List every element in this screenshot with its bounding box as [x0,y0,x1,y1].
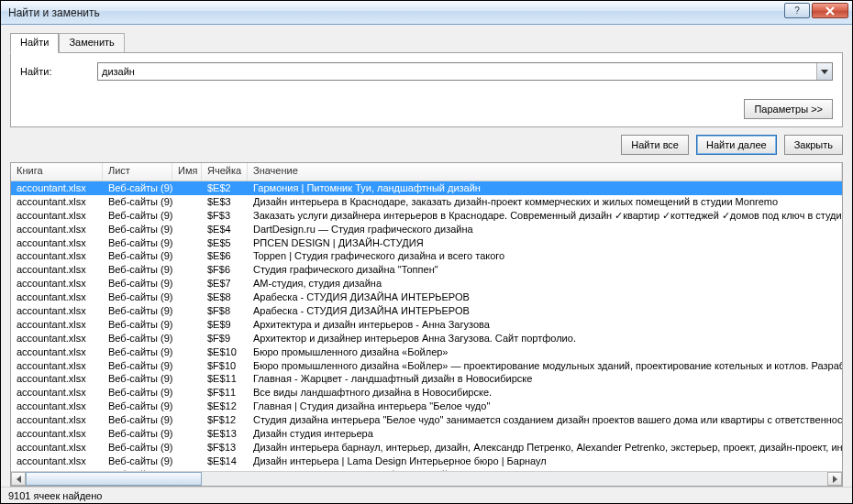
col-book[interactable]: Книга [11,163,103,181]
cell-sheet: Веб-сайты (9) [103,223,172,236]
result-row[interactable]: accountant.xlsxВеб-сайты (9)$E$5PПCEN DE… [11,236,842,250]
cell-value: Бюро промышленного дизайна «Бойлер» — пр… [248,359,842,373]
scroll-left-button[interactable] [11,472,26,486]
cell-cell: $E$8 [202,290,248,304]
cell-book: accountant.xlsx [11,318,103,332]
col-cell[interactable]: Ячейка [202,163,248,181]
cell-name [172,386,202,400]
result-row[interactable]: accountant.xlsxВеб-сайты (9)$F$13Дизайн … [11,441,842,455]
cell-book: accountant.xlsx [11,427,103,441]
cell-sheet: Веб-сайты (9) [103,427,172,441]
result-row[interactable]: accountant.xlsxВеб-сайты (9)$E$4DartDesi… [11,223,842,236]
cell-book: accountant.xlsx [11,345,103,359]
cell-book: accountant.xlsx [11,359,103,373]
cell-value: PПCEN DESIGN | ДИЗАЙН-СТУДИЯ [248,236,842,250]
cell-value: Студия графического дизайна "Топпен" [248,263,842,277]
scroll-thumb[interactable] [26,472,202,486]
result-row[interactable]: accountant.xlsxВеб-сайты (9)$E$12Главная… [11,400,842,413]
tab-find[interactable]: Найти [10,33,59,53]
cell-cell: $E$14 [202,455,248,468]
result-row[interactable]: accountant.xlsxВеб-сайты (9)$F$12Студия … [11,413,842,427]
cell-book: accountant.xlsx [11,304,103,318]
result-row[interactable]: accountant.xlsxВеб-сайты (9)$E$2Гармония… [11,181,842,195]
cell-name [172,468,202,471]
h-scrollbar[interactable] [11,471,842,486]
scroll-right-button[interactable] [827,472,842,486]
result-row[interactable]: accountant.xlsxВеб-сайты (9)$F$6Студия г… [11,263,842,277]
result-row[interactable]: accountant.xlsxВеб-сайты (9)$E$10Бюро пр… [11,345,842,359]
cell-cell: $E$4 [202,223,248,236]
cell-book: accountant.xlsx [11,290,103,304]
cell-name [172,332,202,345]
result-row[interactable]: accountant.xlsxВеб-сайты (9)$E$3Дизайн и… [11,195,842,209]
cell-name [172,359,202,373]
cell-name [172,441,202,455]
cell-value: Бюро промышленного дизайна «Бойлер» [248,345,842,359]
cell-cell: $F$10 [202,359,248,373]
result-row[interactable]: accountant.xlsxВеб-сайты (9)$F$11Все вид… [11,386,842,400]
scroll-track[interactable] [26,472,827,486]
cell-value: Дизайн интерьера в Краснодаре, заказать … [248,195,842,209]
find-all-button[interactable]: Найти все [621,135,689,155]
result-row[interactable]: accountant.xlsxВеб-сайты (9)$E$9Архитект… [11,318,842,332]
cell-book: accountant.xlsx [11,441,103,455]
cell-sheet: Веб-сайты (9) [103,332,172,345]
cell-sheet: Веб-сайты (9) [103,359,172,373]
result-row[interactable]: accountant.xlsxВеб-сайты (9)$F$10Бюро пр… [11,359,842,373]
col-value[interactable]: Значение [248,163,842,181]
cell-cell: $E$2 [202,181,248,195]
cell-sheet: Веб-сайты (9) [103,249,172,263]
cell-value: LAMA DESIGN Интерьерное бюро. Дизайн инт… [248,468,842,471]
result-row[interactable]: accountant.xlsxВеб-сайты (9)$E$7АМ-студи… [11,277,842,290]
col-name[interactable]: Имя [172,163,202,181]
cell-sheet: Веб-сайты (9) [103,304,172,318]
close-button[interactable]: Закрыть [784,135,843,155]
result-row[interactable]: accountant.xlsxВеб-сайты (9)$F$14LAMA DE… [11,468,842,471]
result-row[interactable]: accountant.xlsxВеб-сайты (9)$E$13Дизайн … [11,427,842,441]
find-combo[interactable] [97,62,833,81]
cell-sheet: Веб-сайты (9) [103,318,172,332]
status-text: 9101 ячеек найдено [8,490,102,501]
status-bar: 9101 ячеек найдено [1,487,852,503]
cell-book: accountant.xlsx [11,249,103,263]
tab-panel: Найти: Параметры >> [10,52,843,127]
result-row[interactable]: accountant.xlsxВеб-сайты (9)$F$3Заказать… [11,209,842,223]
cell-sheet: Веб-сайты (9) [103,290,172,304]
cell-sheet: Веб-сайты (9) [103,209,172,223]
find-input[interactable] [98,63,816,80]
result-row[interactable]: accountant.xlsxВеб-сайты (9)$F$8Арабеска… [11,304,842,318]
result-row[interactable]: accountant.xlsxВеб-сайты (9)$E$14Дизайн … [11,455,842,468]
result-row[interactable]: accountant.xlsxВеб-сайты (9)$E$8Арабеска… [11,290,842,304]
options-button[interactable]: Параметры >> [744,99,833,119]
cell-cell: $E$7 [202,277,248,290]
result-row[interactable]: accountant.xlsxВеб-сайты (9)$E$11Главная… [11,372,842,386]
cell-name [172,195,202,209]
result-row[interactable]: accountant.xlsxВеб-сайты (9)$E$6Toppen |… [11,249,842,263]
cell-sheet: Веб-сайты (9) [103,386,172,400]
cell-cell: $F$14 [202,468,248,471]
find-dropdown-button[interactable] [816,63,832,80]
cell-book: accountant.xlsx [11,277,103,290]
cell-value: Toppen | Студия графического дизайна и в… [248,249,842,263]
cell-sheet: Веб-сайты (9) [103,277,172,290]
cell-value: Главная | Студия дизайна интерьера "Бело… [248,400,842,413]
col-sheet[interactable]: Лист [103,163,172,181]
find-next-button[interactable]: Найти далее [696,135,777,155]
result-row[interactable]: accountant.xlsxВеб-сайты (9)$F$9Архитект… [11,332,842,345]
cell-name [172,209,202,223]
results-body[interactable]: accountant.xlsxВеб-сайты (9)$E$2Гармония… [11,181,842,471]
cell-book: accountant.xlsx [11,455,103,468]
cell-name [172,277,202,290]
tab-strip: Найти Заменить [10,32,843,52]
close-window-button[interactable] [812,3,848,18]
cell-value: Главная - Жарцвет - ландшафтный дизайн в… [248,372,842,386]
cell-book: accountant.xlsx [11,181,103,195]
tab-replace[interactable]: Заменить [59,33,124,53]
cell-name [172,181,202,195]
help-button[interactable]: ? [784,3,810,18]
cell-cell: $F$8 [202,304,248,318]
cell-name [172,318,202,332]
cell-name [172,290,202,304]
cell-sheet: Веб-сайты (9) [103,345,172,359]
window-title: Найти и заменить [8,6,100,19]
